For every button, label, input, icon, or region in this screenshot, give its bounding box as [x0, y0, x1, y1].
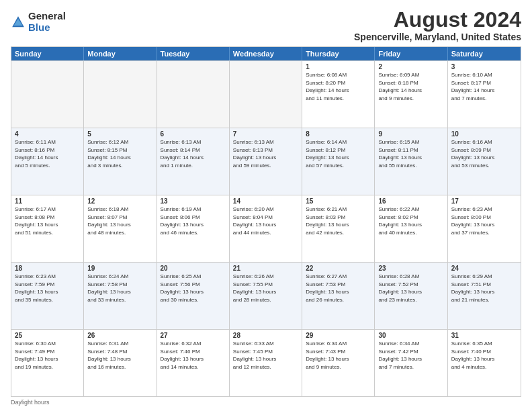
- calendar-cell: 22Sunrise: 6:27 AM Sunset: 7:53 PM Dayli…: [302, 263, 375, 329]
- day-number: 25: [15, 332, 80, 339]
- calendar-header-day: Tuesday: [157, 47, 230, 60]
- calendar-cell: 2Sunrise: 6:09 AM Sunset: 8:18 PM Daylig…: [375, 61, 447, 128]
- calendar-row: 18Sunrise: 6:23 AM Sunset: 7:59 PM Dayli…: [11, 262, 521, 329]
- day-info: Sunrise: 6:20 AM Sunset: 8:04 PM Dayligh…: [233, 205, 298, 236]
- calendar-cell: [84, 61, 157, 128]
- calendar-cell: 21Sunrise: 6:26 AM Sunset: 7:55 PM Dayli…: [230, 263, 302, 329]
- logo-text: General Blue: [28, 11, 66, 33]
- day-number: 12: [87, 197, 152, 205]
- calendar-cell: 30Sunrise: 6:34 AM Sunset: 7:42 PM Dayli…: [375, 330, 447, 396]
- calendar-cell: 4Sunrise: 6:11 AM Sunset: 8:16 PM Daylig…: [11, 128, 84, 195]
- day-info: Sunrise: 6:15 AM Sunset: 8:11 PM Dayligh…: [378, 138, 443, 169]
- day-info: Sunrise: 6:24 AM Sunset: 7:58 PM Dayligh…: [87, 273, 152, 304]
- day-info: Sunrise: 6:17 AM Sunset: 8:08 PM Dayligh…: [15, 205, 80, 236]
- subtitle: Spencerville, Maryland, United States: [354, 32, 521, 42]
- calendar-header-day: Sunday: [11, 47, 84, 60]
- day-number: 2: [378, 63, 443, 71]
- day-info: Sunrise: 6:16 AM Sunset: 8:09 PM Dayligh…: [451, 138, 517, 169]
- day-info: Sunrise: 6:30 AM Sunset: 7:49 PM Dayligh…: [15, 340, 80, 371]
- day-info: Sunrise: 6:31 AM Sunset: 7:48 PM Dayligh…: [87, 340, 152, 371]
- calendar-cell: 14Sunrise: 6:20 AM Sunset: 8:04 PM Dayli…: [230, 195, 302, 262]
- day-number: 31: [451, 332, 517, 339]
- footer-note: Daylight hours: [11, 399, 521, 406]
- calendar-cell: 25Sunrise: 6:30 AM Sunset: 7:49 PM Dayli…: [11, 330, 84, 396]
- day-number: 9: [378, 130, 443, 138]
- calendar-cell: 7Sunrise: 6:13 AM Sunset: 8:13 PM Daylig…: [230, 128, 302, 195]
- calendar-cell: 12Sunrise: 6:18 AM Sunset: 8:07 PM Dayli…: [84, 195, 157, 262]
- calendar-cell: 10Sunrise: 6:16 AM Sunset: 8:09 PM Dayli…: [448, 128, 521, 195]
- day-info: Sunrise: 6:21 AM Sunset: 8:03 PM Dayligh…: [306, 205, 371, 236]
- day-info: Sunrise: 6:10 AM Sunset: 8:17 PM Dayligh…: [451, 71, 517, 102]
- day-number: 5: [87, 130, 152, 138]
- calendar-cell: 31Sunrise: 6:35 AM Sunset: 7:40 PM Dayli…: [448, 330, 521, 396]
- day-number: 21: [233, 265, 298, 272]
- calendar-row: 11Sunrise: 6:17 AM Sunset: 8:08 PM Dayli…: [11, 195, 521, 262]
- main-title: August 2024: [354, 8, 521, 32]
- calendar-cell: [230, 61, 302, 128]
- logo: General Blue: [11, 11, 66, 33]
- day-number: 26: [87, 332, 152, 339]
- day-number: 20: [161, 265, 226, 272]
- day-number: 17: [451, 197, 517, 205]
- calendar-header-day: Monday: [84, 47, 157, 60]
- title-area: August 2024 Spencerville, Maryland, Unit…: [354, 8, 521, 42]
- calendar-cell: [157, 61, 230, 128]
- calendar-cell: 6Sunrise: 6:13 AM Sunset: 8:14 PM Daylig…: [157, 128, 230, 195]
- day-info: Sunrise: 6:11 AM Sunset: 8:16 PM Dayligh…: [15, 138, 80, 169]
- day-number: 11: [15, 197, 80, 205]
- calendar-cell: 3Sunrise: 6:10 AM Sunset: 8:17 PM Daylig…: [448, 61, 521, 128]
- calendar-cell: 15Sunrise: 6:21 AM Sunset: 8:03 PM Dayli…: [302, 195, 375, 262]
- day-number: 1: [306, 63, 371, 71]
- logo-blue: Blue: [28, 22, 66, 34]
- day-info: Sunrise: 6:13 AM Sunset: 8:14 PM Dayligh…: [161, 138, 226, 169]
- day-info: Sunrise: 6:12 AM Sunset: 8:15 PM Dayligh…: [87, 138, 152, 169]
- day-info: Sunrise: 6:19 AM Sunset: 8:06 PM Dayligh…: [161, 205, 226, 236]
- day-number: 10: [451, 130, 517, 138]
- day-info: Sunrise: 6:22 AM Sunset: 8:02 PM Dayligh…: [378, 205, 443, 236]
- day-number: 22: [306, 265, 371, 272]
- day-number: 4: [15, 130, 80, 138]
- calendar-row: 1Sunrise: 6:08 AM Sunset: 8:20 PM Daylig…: [11, 60, 521, 128]
- day-info: Sunrise: 6:34 AM Sunset: 7:42 PM Dayligh…: [378, 340, 443, 371]
- day-info: Sunrise: 6:23 AM Sunset: 8:00 PM Dayligh…: [451, 205, 517, 236]
- day-info: Sunrise: 6:25 AM Sunset: 7:56 PM Dayligh…: [161, 273, 226, 304]
- day-number: 18: [15, 265, 80, 272]
- calendar-header-day: Thursday: [302, 47, 375, 60]
- day-info: Sunrise: 6:35 AM Sunset: 7:40 PM Dayligh…: [451, 340, 517, 371]
- calendar-cell: [11, 61, 84, 128]
- calendar-header-day: Wednesday: [230, 47, 302, 60]
- day-info: Sunrise: 6:14 AM Sunset: 8:12 PM Dayligh…: [306, 138, 371, 169]
- header: General Blue August 2024 Spencerville, M…: [11, 8, 521, 42]
- calendar-cell: 1Sunrise: 6:08 AM Sunset: 8:20 PM Daylig…: [302, 61, 375, 128]
- day-number: 19: [87, 265, 152, 272]
- calendar-row: 25Sunrise: 6:30 AM Sunset: 7:49 PM Dayli…: [11, 329, 521, 396]
- day-number: 3: [451, 63, 517, 71]
- page: General Blue August 2024 Spencerville, M…: [0, 0, 532, 411]
- day-number: 23: [378, 265, 443, 272]
- calendar-header-day: Saturday: [448, 47, 521, 60]
- day-number: 27: [161, 332, 226, 339]
- day-number: 7: [233, 130, 298, 138]
- calendar-cell: 9Sunrise: 6:15 AM Sunset: 8:11 PM Daylig…: [375, 128, 447, 195]
- logo-general: General: [28, 11, 66, 22]
- day-number: 28: [233, 332, 298, 339]
- day-number: 30: [378, 332, 443, 339]
- day-info: Sunrise: 6:18 AM Sunset: 8:07 PM Dayligh…: [87, 205, 152, 236]
- calendar-cell: 23Sunrise: 6:28 AM Sunset: 7:52 PM Dayli…: [375, 263, 447, 329]
- calendar: SundayMondayTuesdayWednesdayThursdayFrid…: [11, 46, 521, 397]
- logo-icon: [11, 15, 26, 30]
- day-info: Sunrise: 6:26 AM Sunset: 7:55 PM Dayligh…: [233, 273, 298, 304]
- day-info: Sunrise: 6:33 AM Sunset: 7:45 PM Dayligh…: [233, 340, 298, 371]
- day-number: 8: [306, 130, 371, 138]
- calendar-header-day: Friday: [375, 47, 447, 60]
- calendar-cell: 24Sunrise: 6:29 AM Sunset: 7:51 PM Dayli…: [448, 263, 521, 329]
- day-info: Sunrise: 6:28 AM Sunset: 7:52 PM Dayligh…: [378, 273, 443, 304]
- calendar-row: 4Sunrise: 6:11 AM Sunset: 8:16 PM Daylig…: [11, 128, 521, 195]
- day-info: Sunrise: 6:27 AM Sunset: 7:53 PM Dayligh…: [306, 273, 371, 304]
- day-number: 29: [306, 332, 371, 339]
- calendar-cell: 27Sunrise: 6:32 AM Sunset: 7:46 PM Dayli…: [157, 330, 230, 396]
- day-number: 16: [378, 197, 443, 205]
- day-info: Sunrise: 6:29 AM Sunset: 7:51 PM Dayligh…: [451, 273, 517, 304]
- calendar-cell: 8Sunrise: 6:14 AM Sunset: 8:12 PM Daylig…: [302, 128, 375, 195]
- calendar-cell: 11Sunrise: 6:17 AM Sunset: 8:08 PM Dayli…: [11, 195, 84, 262]
